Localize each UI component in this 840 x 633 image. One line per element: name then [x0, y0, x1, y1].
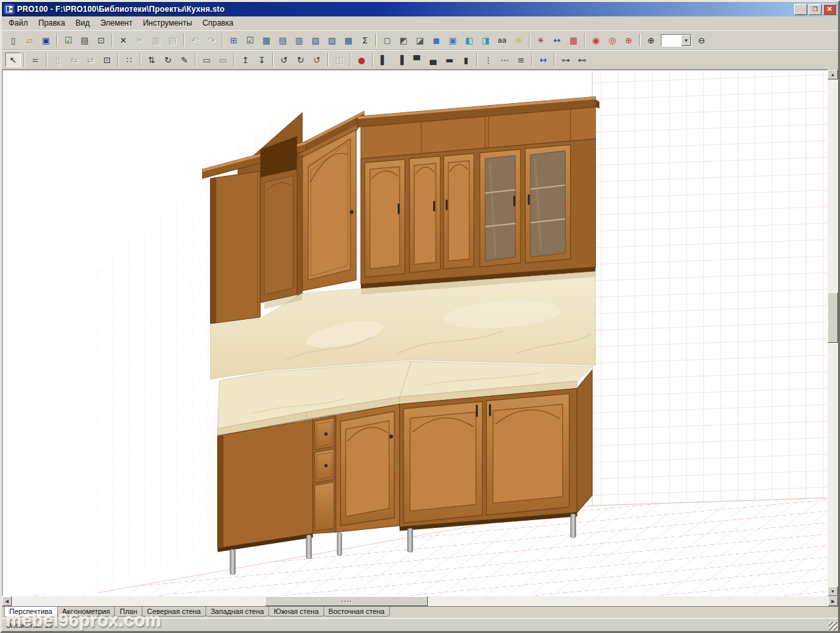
vertical-scrollbar[interactable]: ▲ ▼ — [828, 70, 838, 596]
tab-perspective[interactable]: Перспектива — [4, 607, 58, 617]
tb-center-horizontal[interactable]: ▬ — [442, 53, 457, 67]
tab-east-wall[interactable]: Восточная стена — [324, 607, 390, 617]
tab-axonometry[interactable]: Аксонометрия — [57, 607, 116, 617]
tb-rotate-step[interactable]: ↺ — [309, 53, 325, 67]
scroll-left-button[interactable]: ◀ — [2, 596, 12, 606]
title-bar[interactable]: PRO100 - F:\PRO100\Библиотеки\Проекты\Ку… — [2, 2, 838, 16]
tb-frame-select[interactable]: ▭ — [199, 53, 215, 67]
tb-rotate-left[interactable]: ↺ — [276, 53, 292, 67]
tb-view-final[interactable]: ◨ — [478, 33, 494, 47]
tb-element-properties[interactable]: ☑ — [60, 33, 76, 47]
tb-rotate-tool[interactable]: ↻ — [160, 53, 176, 67]
toolbar-tools: ↖≍▯⇆⇄⊡∷⇅↻✎▭▭↥↧↺↻↺◫●▌▐▀▄▬▮⋮⋯≡↔⊶⊷ — [2, 50, 838, 70]
tb-draw-tool[interactable]: ✎ — [177, 53, 192, 67]
menu-tools[interactable]: Инструменты — [138, 17, 198, 30]
tb-snap-points[interactable]: ∷ — [121, 53, 137, 67]
tb-new-document[interactable]: ▯ — [5, 33, 21, 47]
tb-snap-magnet[interactable]: ◉ — [588, 33, 604, 47]
report-cutting-icon: ▥ — [295, 36, 303, 45]
tb-insert-element[interactable]: ⊞ — [226, 33, 242, 47]
tb-align-bottom[interactable]: ▄ — [425, 53, 441, 67]
zoom-level-input[interactable] — [662, 35, 681, 45]
tb-distribute-horizontal[interactable]: ⋯ — [497, 53, 513, 67]
tab-plan[interactable]: План — [114, 607, 142, 617]
tb-grid-display[interactable]: ▦ — [566, 33, 581, 47]
view-sketch-icon: ◩ — [400, 36, 408, 45]
tb-fitting-2[interactable]: ⊷ — [574, 53, 590, 67]
tb-measure-tool[interactable]: ≍ — [28, 53, 43, 67]
scroll-down-button[interactable]: ▼ — [828, 586, 838, 596]
tb-zoom-window[interactable]: ⊡ — [99, 53, 115, 67]
tb-view-wireframe[interactable]: ◻ — [379, 33, 395, 47]
glass-doors[interactable] — [480, 145, 570, 267]
tb-align-top[interactable]: ▀ — [409, 53, 425, 67]
tb-view-shaded[interactable]: ▣ — [445, 33, 461, 47]
scroll-up-button[interactable]: ▲ — [828, 70, 838, 79]
tb-flip-tool[interactable]: ⇅ — [144, 53, 159, 67]
maximize-button[interactable]: ❐ — [808, 4, 822, 15]
tb-report-materials[interactable]: ▤ — [275, 33, 291, 47]
menu-help[interactable]: Справка — [198, 17, 239, 30]
tb-report-summary[interactable]: ▩ — [341, 33, 356, 47]
tb-lighting[interactable]: ☼ — [511, 33, 526, 47]
tb-calculate-sum[interactable]: Σ — [357, 33, 373, 47]
tb-select-tool[interactable]: ↖ — [5, 53, 21, 67]
tab-north-wall[interactable]: Северная стена — [142, 607, 206, 617]
resize-grip[interactable] — [829, 622, 837, 630]
horizontal-scroll-track[interactable] — [12, 596, 828, 606]
tb-snap-center[interactable]: ◎ — [604, 33, 620, 47]
tb-align-left[interactable]: ▌ — [376, 53, 392, 67]
toolbar-separator — [195, 53, 196, 66]
menu-element[interactable]: Элемент — [95, 17, 138, 30]
tb-zoom-out[interactable]: ⊖ — [694, 33, 709, 47]
tb-frame-edit[interactable]: ▭ — [215, 53, 231, 67]
tb-rotate-right[interactable]: ↻ — [293, 53, 308, 67]
horizontal-scroll-thumb[interactable] — [265, 596, 429, 606]
tb-align-right[interactable]: ▐ — [392, 53, 408, 67]
tb-edit-mode[interactable]: ✳ — [533, 33, 549, 47]
tb-dimensions-display[interactable]: ↔ — [549, 33, 565, 47]
tb-print[interactable]: ▤ — [77, 33, 93, 47]
tb-report-costs[interactable]: ▨ — [324, 33, 340, 47]
tb-antialiasing[interactable]: aa — [494, 33, 510, 47]
tb-distribute-even[interactable]: ≡ — [513, 53, 529, 67]
dimensions-display-icon: ↔ — [554, 36, 561, 45]
tb-view-hidden-lines[interactable]: ◪ — [412, 33, 428, 47]
tb-move-down[interactable]: ↧ — [254, 53, 270, 67]
minimize-button[interactable]: _ — [794, 4, 807, 15]
horizontal-scrollbar[interactable]: ◀ ▶ — [2, 596, 838, 606]
scene-3d[interactable] — [3, 70, 827, 596]
tb-print-preview[interactable]: ⊡ — [93, 33, 109, 47]
tb-view-texture[interactable]: ◧ — [461, 33, 477, 47]
vertical-scroll-thumb[interactable] — [828, 292, 838, 343]
tb-zoom-in[interactable]: ⊕ — [643, 33, 659, 47]
tb-snap-grid[interactable]: ⊕ — [621, 33, 637, 47]
scroll-right-button[interactable]: ▶ — [828, 596, 838, 606]
tab-west-wall[interactable]: Западная стена — [205, 607, 269, 617]
tb-report-accessories[interactable]: ▧ — [308, 33, 324, 47]
tb-report-elements[interactable]: ▦ — [259, 33, 274, 47]
tb-fitting-1[interactable]: ⊶ — [558, 53, 574, 67]
tb-delete-element[interactable]: ✕ — [116, 33, 131, 47]
close-button[interactable]: ✕ — [823, 4, 836, 15]
tb-report-cutting[interactable]: ▥ — [291, 33, 307, 47]
tb-center-vertical[interactable]: ▮ — [458, 53, 474, 67]
zoom-dropdown-button[interactable]: ▼ — [681, 35, 691, 46]
tb-open-project[interactable]: ▱ — [22, 33, 37, 47]
tab-south-wall[interactable]: Южная стена — [268, 607, 324, 617]
tb-record-position[interactable]: ● — [354, 53, 369, 67]
tb-view-color[interactable]: ◼ — [429, 33, 444, 47]
tb-report-list[interactable]: ☑ — [242, 33, 258, 47]
tb-distribute-vertical[interactable]: ⋮ — [480, 53, 496, 67]
menu-file[interactable]: Файл — [3, 17, 33, 30]
right-wall-grid[interactable] — [592, 72, 827, 506]
menu-edit[interactable]: Правка — [33, 17, 71, 30]
vertical-scroll-track[interactable] — [828, 79, 838, 586]
tb-view-sketch[interactable]: ◩ — [396, 33, 411, 47]
menu-view[interactable]: Вид — [70, 17, 95, 30]
zoom-level-combo[interactable]: ▼ — [661, 34, 692, 47]
tb-dimension-lines[interactable]: ↔ — [536, 53, 551, 67]
tb-save-project[interactable]: ▣ — [38, 33, 54, 47]
tb-move-up[interactable]: ↥ — [238, 53, 253, 67]
design-canvas[interactable] — [2, 70, 828, 596]
